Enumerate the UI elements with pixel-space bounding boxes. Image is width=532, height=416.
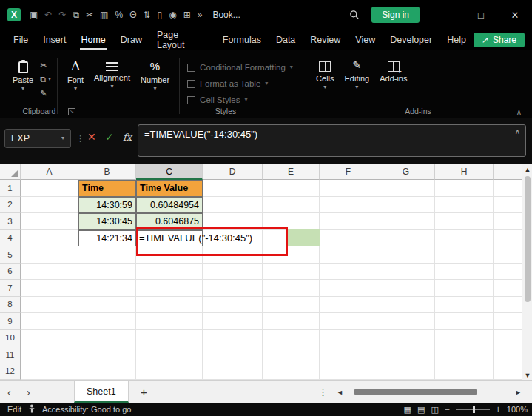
alignment-menu-button[interactable]: Alignment ▾ (89, 55, 135, 90)
clipboard-dialog-launcher-icon[interactable]: ↘ (68, 108, 75, 115)
cell-C1[interactable]: Time Value (136, 180, 203, 197)
row-header-7[interactable]: 7 (0, 280, 21, 297)
add-ins-button[interactable]: Add-ins (374, 55, 412, 84)
cell-E5[interactable] (263, 246, 320, 264)
cell-F12[interactable] (320, 363, 377, 380)
cell-F8[interactable] (320, 297, 377, 314)
cell-B8[interactable] (78, 297, 136, 314)
name-box[interactable]: EXP ▾ (4, 129, 71, 148)
row-header-5[interactable]: 5 (0, 246, 21, 264)
column-header-A[interactable]: A (21, 164, 78, 180)
number-menu-button[interactable]: % Number ▾ (135, 55, 175, 93)
new-sheet-button[interactable]: + (141, 386, 147, 398)
cell-F10[interactable] (320, 330, 377, 347)
undo-icon[interactable]: ↶ (44, 10, 52, 20)
cell-F4[interactable] (320, 230, 377, 247)
cell-F7[interactable] (320, 280, 377, 297)
vertical-scrollbar[interactable]: ▲ ▼ (522, 164, 532, 380)
cell-C4[interactable]: =TIMEVALUE("-14:30:45") (136, 230, 203, 247)
zoom-in-icon[interactable]: + (496, 404, 501, 415)
cell-A3[interactable] (21, 213, 78, 230)
cell-H10[interactable] (435, 330, 494, 347)
paste-button[interactable]: Paste ▾ (7, 55, 38, 93)
cell-C5[interactable] (136, 246, 203, 264)
format-painter-button[interactable]: ✎ (40, 87, 51, 99)
cell-E9[interactable] (263, 313, 320, 330)
format-as-table-button[interactable]: Format as Table▾ (187, 77, 298, 90)
normal-view-icon[interactable]: ▦ (404, 405, 411, 415)
cell-E8[interactable] (263, 297, 320, 314)
editing-menu-button[interactable]: ✎ Editing ▾ (340, 55, 375, 91)
select-all-corner[interactable] (0, 164, 21, 180)
cell-E11[interactable] (263, 346, 320, 363)
zoom-slider-thumb[interactable] (473, 406, 475, 413)
font-menu-button[interactable]: A Font ▾ (62, 55, 89, 93)
column-header-C[interactable]: C (136, 164, 203, 180)
zoom-slider[interactable] (456, 409, 490, 410)
cell-H9[interactable] (435, 313, 494, 330)
row-header-12[interactable]: 12 (0, 363, 21, 380)
row-header-3[interactable]: 3 (0, 213, 21, 230)
cell-F3[interactable] (320, 213, 377, 230)
overflow-icon[interactable]: » (198, 10, 203, 20)
cell-C6[interactable] (136, 264, 203, 281)
cell-F1[interactable] (320, 180, 377, 197)
cell-E7[interactable] (263, 280, 320, 297)
cell-styles-button[interactable]: Cell Styles▾ (187, 93, 298, 107)
cell-A10[interactable] (21, 330, 78, 347)
insert-function-icon[interactable]: fx (123, 132, 132, 143)
next-sheet-icon[interactable]: › (27, 386, 30, 398)
cell-G3[interactable] (377, 213, 435, 230)
cell-A5[interactable] (21, 246, 78, 264)
cell-G2[interactable] (377, 197, 435, 214)
cell-F11[interactable] (320, 346, 377, 363)
cell-A2[interactable] (21, 197, 78, 214)
cells-menu-button[interactable]: Cells ▾ (311, 55, 339, 91)
cell-C12[interactable] (136, 363, 203, 380)
row-header-1[interactable]: 1 (0, 180, 21, 197)
cell-C3[interactable]: 0.6046875 (136, 213, 203, 230)
share-button[interactable]: ↗ Share (474, 33, 525, 47)
redo-icon[interactable]: ↷ (58, 10, 66, 20)
menu-item-formulas[interactable]: Formulas (215, 30, 269, 50)
cell-A4[interactable] (21, 230, 78, 247)
formula-input[interactable]: =TIMEVALUE("-14:30:45") (138, 124, 526, 157)
cell-H12[interactable] (435, 363, 494, 380)
cell-E6[interactable] (263, 264, 320, 281)
accessibility-icon[interactable] (28, 404, 36, 415)
sort-icon[interactable]: ⇅ (143, 10, 150, 20)
column-header-G[interactable]: G (377, 164, 435, 180)
cut-icon[interactable]: ✂ (86, 10, 93, 20)
page-layout-view-icon[interactable]: ▤ (417, 405, 425, 415)
cell-D12[interactable] (203, 363, 263, 380)
percent-icon[interactable]: % (115, 10, 123, 20)
cell-C7[interactable] (136, 280, 203, 297)
cell-H5[interactable] (435, 246, 494, 264)
cell-C9[interactable] (136, 313, 203, 330)
sheet-tab-sheet1[interactable]: Sheet1 (74, 381, 129, 403)
vertical-scrollbar-thumb[interactable] (525, 176, 531, 302)
scroll-left-icon[interactable]: ◄ (337, 389, 343, 396)
zoom-out-icon[interactable]: − (445, 404, 450, 415)
cell-D1[interactable] (203, 180, 263, 197)
cell-F5[interactable] (320, 246, 377, 264)
cell-D7[interactable] (203, 280, 263, 297)
cell-C10[interactable] (136, 330, 203, 347)
cell-H3[interactable] (435, 213, 494, 230)
cell-G8[interactable] (377, 297, 435, 314)
cell-E10[interactable] (263, 330, 320, 347)
cell-G11[interactable] (377, 346, 435, 363)
menu-item-view[interactable]: View (348, 30, 383, 50)
excel-logo-icon[interactable]: X (7, 8, 21, 21)
cell-H11[interactable] (435, 346, 494, 363)
cell-C11[interactable] (136, 346, 203, 363)
menu-item-developer[interactable]: Developer (383, 30, 440, 50)
cell-B2[interactable]: 14:30:59 (78, 197, 136, 214)
cell-C8[interactable] (136, 297, 203, 314)
cell-G12[interactable] (377, 363, 435, 380)
cell-D9[interactable] (203, 313, 263, 330)
cell-H8[interactable] (435, 297, 494, 314)
collapse-ribbon-icon[interactable]: ∧ (516, 108, 522, 116)
collapse-formula-bar-icon[interactable]: ∧ (515, 127, 520, 135)
column-header-B[interactable]: B (78, 164, 136, 180)
